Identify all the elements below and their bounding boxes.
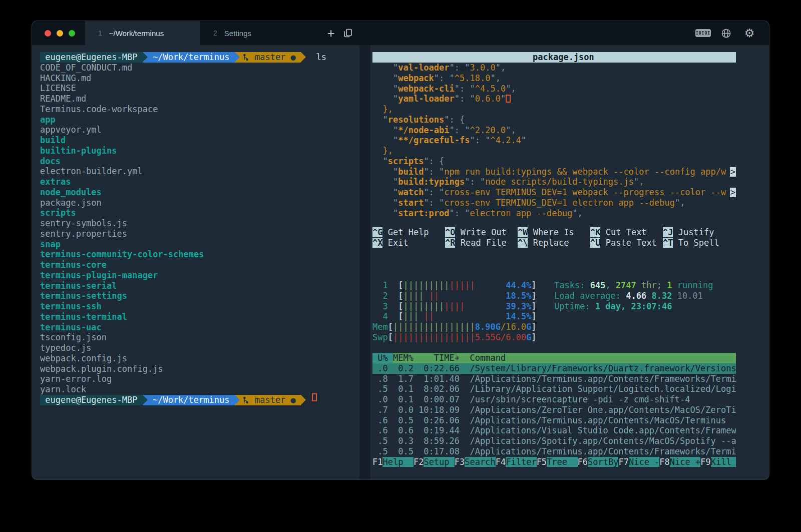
serial-port-icon[interactable]: IOIOI <box>695 29 711 37</box>
fkey-action: Kill <box>711 457 736 467</box>
directory-item: terminus-serial <box>40 281 359 291</box>
file-item: appveyor.yml <box>40 125 359 135</box>
process-row: .0 0.1 0:00.07 /usr/sbin/screencapture -… <box>372 394 736 405</box>
nano-shortcut: ^X Exit <box>372 238 445 248</box>
file-item: tsconfig.json <box>40 332 359 343</box>
nano-filename: package.json <box>533 52 594 63</box>
terminal-pane-left[interactable]: eugene@Eugenes-MBP ~/Work/terminus maste… <box>32 45 359 479</box>
directory-item: snap <box>40 239 359 250</box>
fkey-action: Help <box>382 457 413 467</box>
memory-meter-row: Mem[||||||||||||||||8.90G/16.0G] <box>372 322 537 332</box>
window-content: eugene@Eugenes-MBP ~/Work/terminus maste… <box>32 45 769 479</box>
nano-line: "*/node-abi": "^2.20.0", <box>372 125 736 136</box>
htop-function-key-bar: F1Help F2Setup F3SearchF4FilterF5Tree F6… <box>372 457 736 467</box>
nano-line: "start": "cross-env TERMINUS_DEV=1 elect… <box>372 198 736 208</box>
fkey-number: F5 <box>537 457 547 467</box>
htop-meters: 1 [|||||||||||||| 44.4%] 2 [|||| || 18.5… <box>372 280 537 343</box>
powerline-arrow <box>301 395 306 405</box>
nano-line: "resolutions": { <box>372 115 736 125</box>
nano-title-bar: GNU nano 4.5 package.json <box>372 52 736 63</box>
powerline-arrow <box>143 395 148 405</box>
directory-item: extras <box>40 177 359 187</box>
htop-info-line: Uptime: 1 day, 23:07:46 <box>554 301 713 312</box>
process-row: .0 0.2 0:22.66 /System/Library/Framework… <box>372 363 736 374</box>
fkey-action: Nice + <box>670 457 700 467</box>
fkey-action: Nice - <box>629 457 659 467</box>
tab-work-terminus[interactable]: 1 ~/Work/terminus <box>85 21 200 45</box>
file-item: README.md <box>40 94 359 104</box>
file-item: yarn-error.log <box>40 374 359 384</box>
nano-line: "start:prod": "electron app --debug", <box>372 208 736 219</box>
file-item: CODE_OF_CONDUCT.md <box>40 63 359 73</box>
powerline-arrow <box>235 52 240 63</box>
prompt-segment: eugene@Eugenes-MBP <box>40 395 143 405</box>
nano-line: "scripts": { <box>372 156 736 167</box>
settings-gear-icon[interactable]: ⚙ <box>741 28 758 39</box>
file-item: webpack.config.js <box>40 353 359 364</box>
pane-divider[interactable] <box>359 45 370 479</box>
close-window-button[interactable] <box>45 30 51 37</box>
directory-item: scripts <box>40 208 359 218</box>
process-row: .5 0.5 0:17.08 /Applications/Terminus.ap… <box>372 446 736 457</box>
titlebar-actions: IOIOI ⚙ <box>695 21 769 45</box>
title-bar: 1 ~/Work/terminus 2 Settings + IOIOI <box>32 21 769 45</box>
process-row: .5 0.3 8:59.26 /Applications/Spotify.app… <box>372 436 736 446</box>
cpu-meter-row: 3 [|||||||||||| 39.3%] <box>372 301 537 312</box>
globe-icon[interactable] <box>717 28 734 39</box>
cpu-meter-row: 2 [|||| || 18.5%] <box>372 291 537 301</box>
nano-line: "webpack-cli": "^4.5.0", <box>372 84 736 94</box>
file-item: sentry-symbols.js <box>40 218 359 229</box>
text-cursor <box>506 95 511 103</box>
htop-summary: Tasks: 645, 2747 thr; 1 runningLoad aver… <box>554 280 713 311</box>
minimize-window-button[interactable] <box>57 30 63 37</box>
directory-item: build <box>40 135 359 146</box>
prompt-segment: master ● <box>240 395 301 405</box>
file-item: electron-builder.yml <box>40 166 359 177</box>
nano-editor-content: "val-loader": "3.0.0", "webpack": "^5.18… <box>372 63 736 218</box>
process-row: .6 0.6 0:19.44 /Applications/Visual Stud… <box>372 425 736 436</box>
powerline-arrow <box>143 52 148 63</box>
nano-line: "build": "npm run build:typings && webpa… <box>372 167 736 177</box>
maximize-window-button[interactable] <box>69 30 75 37</box>
nano-shortcut: ^T To Spell <box>663 238 735 248</box>
fkey-number: F3 <box>455 457 465 467</box>
directory-item: docs <box>40 156 359 167</box>
nano-shortcut: ^J Justify <box>663 227 735 238</box>
terminal-pane-right[interactable]: GNU nano 4.5 package.json "val-loader": … <box>370 45 769 479</box>
fkey-number: F8 <box>659 457 669 467</box>
line-continuation-marker: > <box>730 167 736 177</box>
nano-shortcut: ^G Get Help <box>372 227 445 238</box>
nano-shortcut: ^\ Replace <box>518 238 590 248</box>
nano-shortcut: ^W Where Is <box>518 227 590 238</box>
fkey-number: F7 <box>618 457 628 467</box>
directory-item: app <box>40 115 359 125</box>
nano-line: "yaml-loader": "0.6.0" <box>372 94 736 104</box>
nano-line: }, <box>372 146 736 156</box>
ls-output: CODE_OF_CONDUCT.mdHACKING.mdLICENSEREADM… <box>40 63 359 395</box>
nano-line: "build:typings": "node scripts/build-typ… <box>372 177 736 187</box>
duplicate-tab-icon[interactable] <box>339 21 356 45</box>
directory-item: terminus-core <box>40 260 359 270</box>
prompt-segment: ~/Work/terminus <box>148 52 235 63</box>
process-row: .7 0.0 10:18.09 /Applications/ZeroTier O… <box>372 405 736 415</box>
file-item: LICENSE <box>40 83 359 94</box>
file-item: typedoc.js <box>40 343 359 353</box>
tab-settings[interactable]: 2 Settings <box>200 21 315 45</box>
cpu-meter-row: 1 [|||||||||||||| 44.4%] <box>372 280 537 291</box>
htop-info-line: Tasks: 645, 2747 thr; 1 running <box>554 280 713 291</box>
file-item: sentry.properties <box>40 229 359 239</box>
shell-prompt: eugene@Eugenes-MBP ~/Work/terminus maste… <box>40 395 359 405</box>
nano-shortcut: ^U Paste Text <box>590 238 663 248</box>
directory-item: terminus-uac <box>40 322 359 333</box>
fkey-number: F6 <box>578 457 588 467</box>
swap-meter-row: Swp[||||||||||||||||5.55G/6.00G] <box>372 332 537 343</box>
nano-line: "**/graceful-fs": "^4.2.4" <box>372 135 736 146</box>
prompt-segment: ~/Work/terminus <box>148 395 235 405</box>
nano-shortcut: ^R Read File <box>445 238 518 248</box>
directory-item: terminus-plugin-manager <box>40 270 359 281</box>
tab-number: 1 <box>98 29 102 37</box>
new-tab-button[interactable]: + <box>322 21 339 45</box>
file-item: HACKING.md <box>40 73 359 84</box>
process-table-header: U% MEM% TIME+ Command <box>372 353 736 363</box>
prompt-segment: master ● <box>240 52 301 63</box>
